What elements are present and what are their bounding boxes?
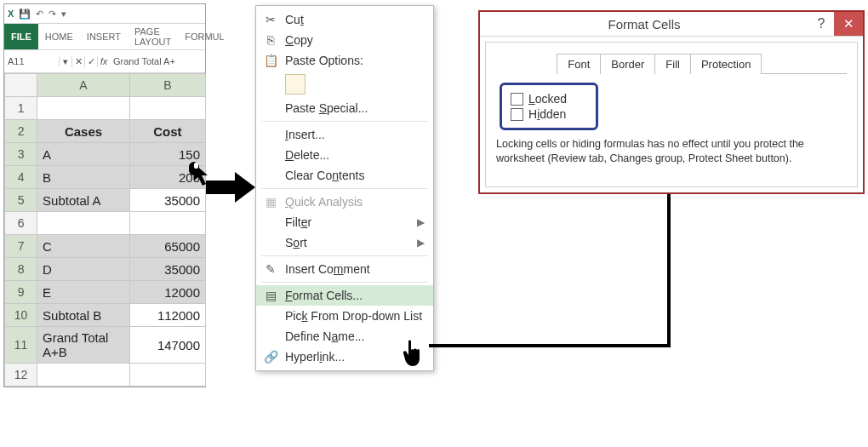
cell-header-cases[interactable]: Cases [37,120,130,143]
tab-home[interactable]: HOME [38,24,80,49]
menu-insert[interactable]: Insert... [256,124,433,145]
menu-insert-comment[interactable]: ✎Insert Comment [256,259,433,279]
cell-header-cost[interactable]: Cost [129,120,205,143]
column-header-b[interactable]: B [129,74,205,97]
undo-icon[interactable]: ↶ [36,9,43,20]
cell[interactable]: A [37,143,130,166]
row-header[interactable]: 10 [5,304,37,327]
menu-paste-special[interactable]: Paste Special... [256,98,433,118]
menu-format-cells[interactable]: ▤Format Cells... [256,285,433,306]
row-header[interactable]: 4 [5,166,37,189]
cell[interactable]: C [37,235,130,258]
comment-icon: ✎ [263,262,278,276]
hyperlink-icon: 🔗 [263,350,278,364]
dialog-titlebar: Format Cells ? ✕ [480,12,863,37]
dialog-tab-font[interactable]: Font [557,54,601,74]
dialog-tabstrip: Number Font Border Fill Protection [496,51,847,74]
format-cells-dialog: Format Cells ? ✕ Number Font Border Fill… [478,10,865,194]
tab-file[interactable]: FILE [4,24,38,49]
menu-sort[interactable]: Sort▶ [256,232,433,253]
protection-checkboxes-highlight: Locked Hidden [500,83,598,130]
paste-option-icon[interactable] [285,74,306,95]
menu-separator [261,121,428,122]
row-header[interactable]: 2 [5,120,37,143]
copy-icon: ⎘ [263,33,278,47]
dialog-title: Format Cells [480,17,808,32]
row-header[interactable]: 12 [5,364,37,387]
cell[interactable]: Subtotal A [37,189,130,212]
row-header[interactable]: 1 [5,97,37,120]
tab-insert[interactable]: INSERT [80,24,128,49]
cell[interactable]: D [37,258,130,281]
arrow-icon [206,170,257,204]
connector-line [429,344,667,347]
accept-formula-icon[interactable]: ✓ [85,56,98,67]
formula-bar[interactable]: Grand Total A+ [110,56,205,66]
cell[interactable]: E [37,281,130,304]
cell[interactable]: 112000 [129,304,205,327]
cell[interactable]: 147000 [129,327,205,364]
dialog-tab-fill[interactable]: Fill [654,54,691,74]
menu-copy[interactable]: ⎘Copy [256,30,433,50]
name-box[interactable]: A11 [4,56,60,66]
menu-paste-options: 📋Paste Options: [256,50,433,71]
menu-clear-contents[interactable]: Clear Contents [256,165,433,186]
menu-separator [261,188,428,189]
svg-rect-1 [194,163,198,169]
cell[interactable] [129,364,205,387]
tab-page-layout[interactable]: PAGE LAYOUT [128,24,178,49]
row-header[interactable]: 7 [5,235,37,258]
paste-option-buttons[interactable] [256,71,433,98]
dialog-tab-border[interactable]: Border [600,54,655,74]
cell[interactable]: B [37,166,130,189]
svg-marker-2 [206,172,255,203]
excel-window: X 💾 ↶ ↷ ▾ FILE HOME INSERT PAGE LAYOUT F… [3,3,206,387]
menu-separator [261,255,428,256]
qat-dropdown-icon[interactable]: ▾ [61,9,66,20]
dialog-help-button[interactable]: ? [808,16,834,32]
cut-icon: ✂ [263,13,278,26]
cell[interactable] [37,212,130,235]
redo-icon[interactable]: ↷ [49,9,56,20]
cell[interactable]: Subtotal B [37,304,130,327]
menu-pick-from-list[interactable]: Pick From Drop-down List [256,306,433,326]
row-header[interactable]: 5 [5,189,37,212]
worksheet-grid: A B 1 2CasesCost 3A150 4B200 5Subtotal A… [4,73,206,387]
connector-line [667,167,671,347]
menu-delete[interactable]: Delete... [256,145,433,165]
row-header[interactable]: 9 [5,281,37,304]
cell[interactable] [37,97,130,120]
row-header[interactable]: 11 [5,327,37,364]
select-all-corner[interactable] [5,74,37,97]
dialog-tab-hidden[interactable]: Number [496,54,557,74]
tab-formulas[interactable]: FORMUL [178,24,231,49]
checkbox-icon [511,93,523,106]
cell[interactable]: 35000 [129,258,205,281]
cell[interactable] [129,212,205,235]
checkbox-locked[interactable]: Locked [511,92,587,106]
cell[interactable] [129,97,205,120]
menu-quick-analysis: ▦Quick Analysis [256,192,433,212]
pointer-hand-icon [400,338,425,369]
save-icon[interactable]: 💾 [19,9,31,20]
submenu-arrow-icon: ▶ [417,216,425,228]
checkbox-hidden[interactable]: Hidden [511,107,587,121]
cell[interactable]: 12000 [129,281,205,304]
checkbox-icon [511,108,523,121]
name-box-dropdown-icon[interactable]: ▾ [60,56,72,67]
row-header[interactable]: 8 [5,258,37,281]
format-cells-icon: ▤ [263,289,278,302]
column-header-a[interactable]: A [37,74,130,97]
fx-icon[interactable]: fx [98,56,110,66]
menu-cut[interactable]: ✂Cut [256,9,433,30]
cancel-formula-icon[interactable]: ✕ [72,56,85,67]
cell[interactable] [37,364,130,387]
context-menu: ✂Cut ⎘Copy 📋Paste Options: Paste Special… [255,5,434,371]
dialog-close-button[interactable]: ✕ [834,12,863,36]
dialog-tab-protection[interactable]: Protection [690,54,762,74]
cell[interactable]: 65000 [129,235,205,258]
cell[interactable]: Grand Total A+B [37,327,130,364]
row-header[interactable]: 3 [5,143,37,166]
menu-filter[interactable]: Filter▶ [256,212,433,232]
row-header[interactable]: 6 [5,212,37,235]
